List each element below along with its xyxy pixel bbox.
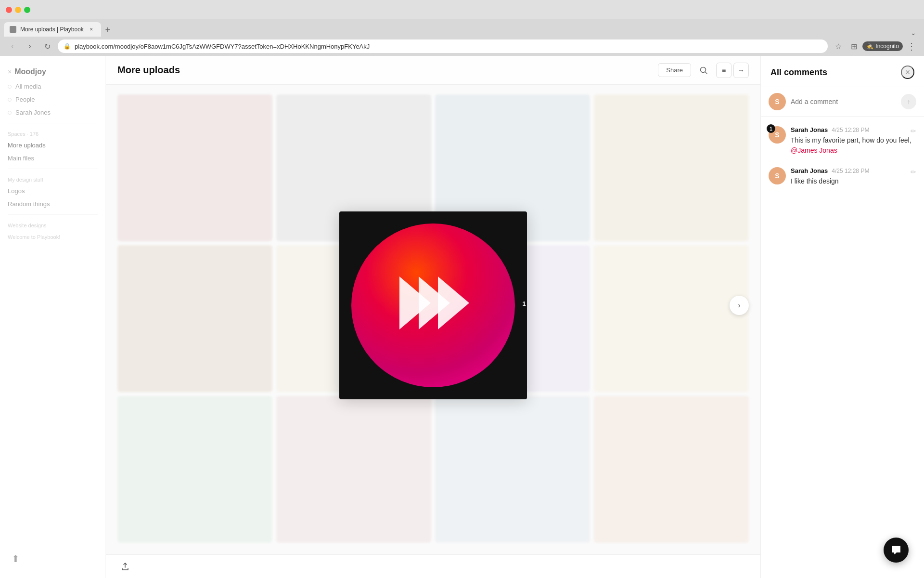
sidebar-item-people[interactable]: People <box>0 93 105 106</box>
sidebar-item-more-uploads[interactable]: More uploads <box>0 139 105 152</box>
tab-close-button[interactable]: × <box>88 26 95 33</box>
browser-more-button[interactable]: ⋮ <box>905 39 918 53</box>
sidebar: × Moodjoy All media People Sarah Jones S… <box>0 56 106 578</box>
new-tab-button[interactable]: + <box>101 23 115 37</box>
sidebar-section-welcome: Welcome to Playbook! <box>0 230 105 242</box>
search-button[interactable] <box>697 64 710 77</box>
sidebar-label-random: Random things <box>8 200 50 208</box>
bg-thumb-11 <box>435 396 590 543</box>
comment-2-meta: Sarah Jonas 4/25 12:28 PM <box>791 167 916 174</box>
comment-1-edit-button[interactable]: ✏ <box>911 127 916 135</box>
sidebar-divider-2 <box>8 169 98 169</box>
nav-arrows: ≡ → <box>716 63 749 78</box>
sidebar-section-website: Website designs <box>0 219 105 230</box>
sidebar-divider-1 <box>8 123 98 123</box>
chat-icon <box>890 544 902 556</box>
next-button[interactable]: → <box>733 63 749 78</box>
address-bar[interactable]: 🔒 playbook.com/moodjoy/oF8aow1mC6JgTsAzW… <box>58 39 828 53</box>
comment-input-field[interactable] <box>791 98 896 105</box>
bottom-toolbar <box>106 554 760 578</box>
bookmark-button[interactable]: ☆ <box>832 39 845 53</box>
comment-1-mention[interactable]: @James Jonas <box>791 146 837 154</box>
bg-thumb-10 <box>276 396 431 543</box>
close-sidebar-button[interactable]: × <box>8 68 12 76</box>
sidebar-label-people: People <box>15 96 35 103</box>
comments-panel: All comments × S ↑ S 1 <box>760 56 924 578</box>
comment-2-edit-button[interactable]: ✏ <box>911 168 916 176</box>
sidebar-item-random-things[interactable]: Random things <box>0 197 105 210</box>
logo-circle <box>351 223 515 387</box>
page-title: More uploads <box>117 65 180 76</box>
sidebar-label-sarah: Sarah Jones <box>15 109 51 116</box>
browser-actions: ☆ ⊞ 🕵 Incognito ⋮ <box>832 39 918 53</box>
upload-toolbar-icon[interactable] <box>117 559 133 574</box>
next-asset-button[interactable]: › <box>730 296 749 315</box>
upload-icon[interactable]: ⬆ <box>8 551 23 566</box>
comments-panel-title: All comments <box>770 67 827 78</box>
tab-favicon <box>10 26 16 33</box>
active-tab[interactable]: More uploads | Playbook × <box>4 22 101 37</box>
comment-2-author: Sarah Jonas <box>791 167 828 174</box>
incognito-badge: 🕵 Incognito <box>862 41 903 51</box>
comment-item-1: S 1 Sarah Jonas 4/25 12:28 PM This is my… <box>761 120 924 161</box>
close-comments-button[interactable]: × <box>901 66 914 79</box>
sidebar-nav-section: All media People Sarah Jones <box>0 80 105 119</box>
sidebar-item-main-files[interactable]: Main files <box>0 152 105 165</box>
asset-display: 1 <box>339 211 527 399</box>
incognito-icon: 🕵 <box>866 43 873 50</box>
comment-item-2: S Sarah Jonas 4/25 12:28 PM I like this … <box>761 161 924 192</box>
bg-thumb-8 <box>594 245 749 392</box>
bg-thumb-12 <box>594 396 749 543</box>
browser-dots <box>6 7 30 13</box>
comment-submit-button[interactable]: ↑ <box>901 94 916 109</box>
maximize-dot[interactable] <box>24 7 30 13</box>
svg-line-1 <box>705 72 707 74</box>
sidebar-item-sarah-jones[interactable]: Sarah Jones <box>0 106 105 119</box>
forward-button[interactable]: › <box>23 39 37 53</box>
search-icon <box>699 66 708 75</box>
current-user-avatar: S <box>769 93 786 110</box>
comment-1-number-badge: 1 <box>767 124 775 133</box>
sidebar-item-logos[interactable]: Logos <box>0 184 105 197</box>
close-dot[interactable] <box>6 7 12 13</box>
app-logo: Moodjoy <box>14 67 46 76</box>
page-header-actions: Share ≡ → <box>658 63 749 78</box>
share-button[interactable]: Share <box>658 63 691 77</box>
comment-1-avatar-wrap: S 1 <box>769 126 786 156</box>
sidebar-label-all-media: All media <box>15 83 41 90</box>
extension-button[interactable]: ⊞ <box>847 39 860 53</box>
sidebar-label-logos: Logos <box>8 187 25 195</box>
chat-bubble-button[interactable] <box>884 538 909 563</box>
people-dot <box>8 98 12 102</box>
minimize-dot[interactable] <box>15 7 21 13</box>
main-content: More uploads Share ≡ → <box>106 56 760 578</box>
browser-title-bar <box>0 0 924 19</box>
sidebar-item-all-media[interactable]: All media <box>0 80 105 93</box>
bg-thumb-9 <box>117 396 272 543</box>
comment-1-author: Sarah Jonas <box>791 126 828 133</box>
sidebar-label-main-files: Main files <box>8 155 34 162</box>
all-media-dot <box>8 85 12 89</box>
sarah-dot <box>8 111 12 115</box>
back-button[interactable]: ‹ <box>6 39 19 53</box>
comment-1-meta: Sarah Jonas 4/25 12:28 PM <box>791 126 916 133</box>
comment-2-text: I like this design <box>791 176 916 186</box>
expand-icon[interactable]: ⌄ <box>911 29 920 37</box>
submit-arrow-icon: ↑ <box>907 98 911 105</box>
browser-address-bar: ‹ › ↻ 🔒 playbook.com/moodjoy/oF8aow1mC6J… <box>0 37 924 56</box>
sidebar-divider-3 <box>8 214 98 215</box>
comment-2-avatar-wrap: S <box>769 167 786 186</box>
sidebar-section-design: My design stuff <box>0 173 105 184</box>
bg-thumb-4 <box>594 94 749 241</box>
url-text: playbook.com/moodjoy/oF8aow1mC6JgTsAzWWG… <box>75 43 822 50</box>
comments-header: All comments × <box>761 56 924 87</box>
list-view-button[interactable]: ≡ <box>716 63 732 78</box>
refresh-button[interactable]: ↻ <box>40 39 54 53</box>
bg-thumb-1 <box>117 94 272 241</box>
comment-input-area: S ↑ <box>761 87 924 117</box>
lock-icon: 🔒 <box>64 43 71 50</box>
tab-title: More uploads | Playbook <box>20 26 84 33</box>
comment-badge[interactable]: 1 <box>516 296 527 311</box>
comments-list: S 1 Sarah Jonas 4/25 12:28 PM This is my… <box>761 117 924 578</box>
play-triangles-svg <box>385 267 481 344</box>
